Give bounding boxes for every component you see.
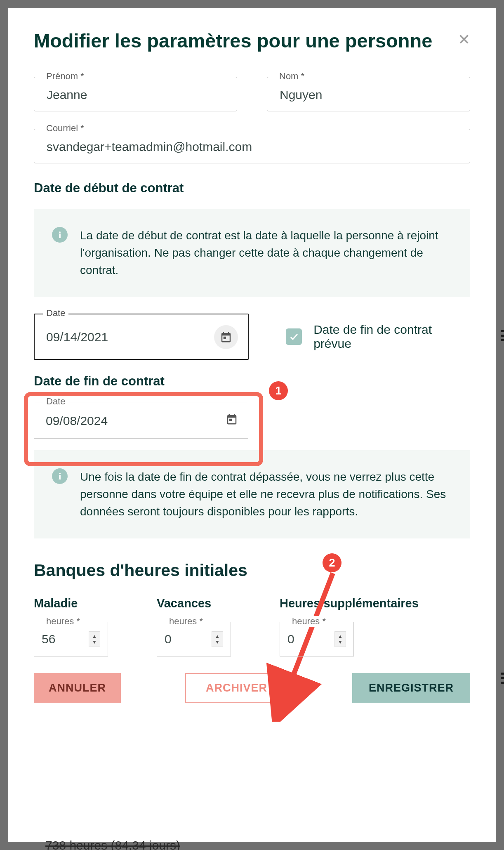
number-spinner-icon[interactable]: ▲▼ bbox=[89, 631, 100, 647]
number-spinner-icon[interactable]: ▲▼ bbox=[212, 631, 223, 647]
contract-end-info: i Une fois la date de fin de contrat dép… bbox=[34, 450, 470, 538]
bank-vacation-field[interactable]: heures * 0 ▲▼ bbox=[157, 622, 231, 656]
bank-sick: Maladie heures * 56 ▲▼ bbox=[34, 597, 133, 656]
dialog-footer: ANNULER ARCHIVER ENREGISTRER bbox=[34, 673, 470, 703]
dialog-header: Modifier les paramètres pour une personn… bbox=[34, 30, 470, 52]
bank-overtime-value[interactable]: 0 bbox=[287, 632, 294, 646]
hours-label: heures * bbox=[166, 616, 206, 627]
start-date-field[interactable]: Date 09/14/2021 bbox=[34, 314, 249, 360]
bank-sick-field[interactable]: heures * 56 ▲▼ bbox=[34, 622, 108, 656]
dialog-title: Modifier les paramètres pour une personn… bbox=[34, 30, 432, 52]
end-date-field[interactable]: Date 09/08/2024 bbox=[34, 402, 248, 439]
email-label: Courriel * bbox=[43, 123, 87, 134]
lastname-value[interactable]: Nguyen bbox=[267, 77, 470, 111]
contract-start-info-text: La date de début de contrat est la date … bbox=[80, 227, 450, 279]
bank-overtime-field[interactable]: heures * 0 ▲▼ bbox=[280, 622, 354, 656]
end-planned-checkbox-row[interactable]: Date de fin de contrat prévue bbox=[286, 323, 470, 351]
close-icon[interactable]: ✕ bbox=[458, 32, 470, 47]
bank-vacation-label: Vacances bbox=[157, 597, 256, 610]
annotation-badge-2: 2 bbox=[323, 553, 341, 572]
end-date-value[interactable]: 09/08/2024 bbox=[46, 414, 108, 428]
email-field[interactable]: Courriel * svandegar+teamadmin@hotmail.c… bbox=[34, 129, 470, 163]
calendar-icon[interactable] bbox=[226, 413, 238, 428]
number-spinner-icon[interactable]: ▲▼ bbox=[334, 631, 346, 647]
end-date-label: Date bbox=[43, 396, 68, 407]
bank-vacation: Vacances heures * 0 ▲▼ bbox=[157, 597, 256, 656]
background-text: 738 heures (84,34 jours) bbox=[45, 838, 180, 850]
info-icon: i bbox=[52, 468, 68, 484]
archive-button[interactable]: ARCHIVER bbox=[185, 673, 288, 703]
contract-start-info: i La date de début de contrat est la dat… bbox=[34, 209, 470, 297]
lastname-field[interactable]: Nom * Nguyen bbox=[267, 77, 470, 111]
cancel-button[interactable]: ANNULER bbox=[34, 673, 121, 703]
info-icon: i bbox=[52, 227, 68, 243]
hours-label: heures * bbox=[43, 616, 83, 627]
save-button[interactable]: ENREGISTRER bbox=[352, 673, 470, 703]
banks-section: 2 Banques d'heures initiales Maladie heu… bbox=[34, 561, 470, 656]
settings-dialog: Modifier les paramètres pour une personn… bbox=[8, 8, 496, 842]
contract-end-heading: Date de fin de contrat bbox=[34, 374, 470, 389]
bank-overtime: Heures supplémentaires heures * 0 ▲▼ bbox=[280, 597, 428, 656]
contract-end-info-text: Une fois la date de fin de contrat dépas… bbox=[80, 468, 450, 520]
firstname-value[interactable]: Jeanne bbox=[34, 77, 237, 111]
calendar-icon[interactable] bbox=[214, 325, 238, 349]
firstname-field[interactable]: Prénom * Jeanne bbox=[34, 77, 237, 111]
end-date-highlight: Date 09/08/2024 1 bbox=[34, 402, 273, 439]
hours-label: heures * bbox=[289, 616, 329, 627]
start-date-value[interactable]: 09/14/2021 bbox=[46, 330, 108, 344]
banks-title: Banques d'heures initiales bbox=[34, 561, 470, 580]
email-value[interactable]: svandegar+teamadmin@hotmail.com bbox=[34, 129, 470, 163]
firstname-label: Prénom * bbox=[43, 71, 87, 82]
lastname-label: Nom * bbox=[276, 71, 308, 82]
checkbox-checked-icon[interactable] bbox=[286, 328, 302, 345]
menu-icon bbox=[501, 673, 504, 684]
bank-overtime-label: Heures supplémentaires bbox=[280, 597, 428, 610]
bank-vacation-value[interactable]: 0 bbox=[165, 632, 172, 646]
bank-sick-label: Maladie bbox=[34, 597, 133, 610]
annotation-badge-1: 1 bbox=[269, 381, 288, 400]
menu-icon bbox=[501, 330, 504, 341]
end-planned-label: Date de fin de contrat prévue bbox=[313, 323, 470, 351]
start-date-label: Date bbox=[43, 308, 68, 319]
bank-sick-value[interactable]: 56 bbox=[42, 632, 55, 646]
contract-start-heading: Date de début de contrat bbox=[34, 181, 470, 196]
